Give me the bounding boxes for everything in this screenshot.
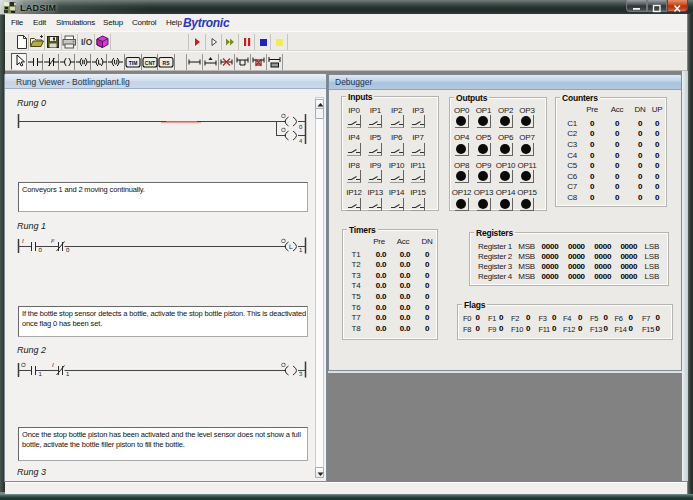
- svg-text:O: O: [281, 238, 286, 245]
- svg-text:O: O: [281, 113, 286, 120]
- svg-text:1: 1: [66, 371, 70, 378]
- svg-text:0: 0: [299, 124, 303, 131]
- svg-text:F: F: [51, 238, 55, 245]
- svg-text:I: I: [22, 238, 24, 245]
- svg-text:0: 0: [39, 247, 43, 254]
- svg-text:O: O: [281, 362, 286, 369]
- svg-text:1: 1: [39, 371, 43, 378]
- svg-text:TIM: TIM: [129, 60, 138, 66]
- svg-text:RS: RS: [163, 60, 171, 66]
- svg-text:1: 1: [299, 247, 303, 254]
- svg-text:I: I: [52, 362, 54, 369]
- svg-text:3: 3: [299, 371, 303, 378]
- svg-text:4: 4: [299, 138, 303, 145]
- svg-text:L: L: [289, 244, 293, 251]
- svg-text:O: O: [21, 362, 26, 369]
- svg-text:0: 0: [66, 247, 70, 254]
- svg-text:CNT: CNT: [144, 60, 154, 66]
- svg-text:O: O: [281, 127, 286, 134]
